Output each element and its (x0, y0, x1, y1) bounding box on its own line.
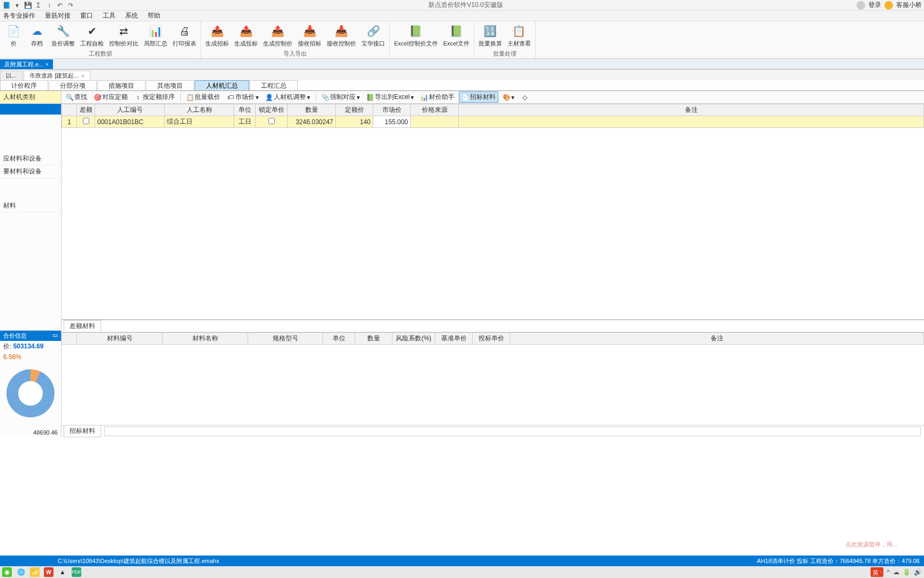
cell-remark[interactable] (459, 116, 924, 128)
menu-qty[interactable]: 量筋对接 (45, 11, 71, 20)
sub-tab-1[interactable]: 以... (0, 71, 22, 80)
tab-measure[interactable]: 措施项目 (97, 80, 145, 90)
menu-window[interactable]: 窗口 (80, 11, 93, 20)
rb-adjust[interactable]: 🔧造价调整 (49, 22, 77, 49)
rb-gen-bid[interactable]: 📤生成招标 (203, 22, 231, 49)
sub-tab-2[interactable]: 市政道路 [建筑起...× (24, 71, 90, 80)
close-icon[interactable]: × (45, 62, 49, 67)
cell-name[interactable]: 综合工日 (165, 116, 234, 128)
rb-baohua[interactable]: 🔗宝华接口 (359, 22, 387, 49)
rb-archive[interactable]: ☁存档 (26, 22, 48, 49)
main-grid[interactable]: 差额 人工编号 人工名称 单位 锁定单价 数量 定额价 市场价 价格来源 备注 (61, 104, 924, 320)
table-row[interactable]: 1 0001A01B01BC 综合工日 工日 3246.030247 140 1… (62, 116, 924, 128)
tab-other[interactable]: 其他项目 (146, 80, 194, 90)
sidebar-item-sel[interactable] (0, 104, 61, 115)
sidebar-item-1[interactable]: 应材料和设备 (0, 153, 61, 165)
support-icon[interactable] (884, 1, 893, 10)
tb-bid-mat[interactable]: 📄招标材料 (459, 92, 498, 103)
menu-tools[interactable]: 工具 (103, 11, 116, 20)
diff-checkbox[interactable] (83, 118, 89, 124)
menu-help[interactable]: 帮助 (148, 11, 160, 20)
bid-input[interactable] (104, 427, 921, 436)
menu-system[interactable]: 系统 (125, 11, 138, 20)
tb-sort[interactable]: ↕按定额排序 (132, 92, 177, 102)
chrome-icon[interactable]: 🌐 (16, 567, 26, 577)
ime-indicator[interactable]: 英 , (871, 567, 884, 577)
app-icon[interactable]: ▲ (58, 567, 67, 577)
tab-labor-mat[interactable]: 人材机汇总 (195, 80, 249, 90)
project-tab-1[interactable]: 及附属工程.e...× (0, 59, 53, 69)
menu-pro[interactable]: 各专业操作 (3, 11, 35, 20)
refresh-icon[interactable]: ↕ (45, 1, 53, 10)
browser-icon[interactable]: ◉ (2, 567, 12, 577)
rb-price[interactable]: 📄价 (2, 22, 25, 49)
tb-find[interactable]: 🔍查找 (64, 92, 89, 102)
pdf-icon[interactable]: PDF (72, 567, 81, 577)
col-source[interactable]: 价格来源 (411, 104, 459, 116)
status-info: AH18清单计价 投标 工程造价：7664945.78 单方造价：479.06 (757, 557, 920, 565)
cloud-icon[interactable]: ☁ (893, 568, 899, 576)
rb-summary[interactable]: 📊局部汇总 (142, 22, 170, 49)
dropdown-icon[interactable]: ▾ (13, 1, 21, 10)
rb-gen-tender[interactable]: 📤生成投标 (232, 22, 260, 49)
col-unit[interactable]: 单位 (234, 104, 256, 116)
sidebar-item-2[interactable]: 要材料和设备 (0, 165, 61, 178)
col-diff[interactable]: 差额 (77, 104, 95, 116)
sidebar-item-3[interactable]: 材料 (0, 200, 61, 212)
excel-icon: 📗 (366, 94, 374, 101)
cell-market[interactable]: 155.000 (373, 116, 411, 128)
tb-color[interactable]: 🎨▾ (500, 93, 517, 102)
tb-quota[interactable]: 🎯对应定额 (91, 92, 130, 102)
rb-compare[interactable]: ⇄控制价对比 (107, 22, 141, 49)
lock-checkbox[interactable] (268, 118, 275, 124)
col-code[interactable]: 人工编号 (95, 104, 165, 116)
tab-proj-sum[interactable]: 工程汇总 (250, 80, 298, 90)
wps-icon[interactable]: W (44, 567, 53, 577)
col-qty[interactable]: 数量 (288, 104, 336, 116)
tab-division[interactable]: 分部分项 (49, 80, 97, 90)
tb-adjust[interactable]: 👤人材机调整▾ (263, 92, 312, 102)
tb-market[interactable]: 🏷市场价▾ (225, 92, 261, 102)
rb-gen-ctrl[interactable]: 📤生成控制价 (261, 22, 295, 49)
close-icon[interactable]: × (81, 73, 84, 79)
tab-pricing[interactable]: 计价程序 (0, 80, 48, 90)
col-name[interactable]: 人工名称 (165, 104, 234, 116)
cell-source[interactable] (411, 116, 459, 128)
rb-excel-ctrl[interactable]: 📗Excel控制价文件 (392, 22, 440, 51)
col-quota[interactable]: 定额价 (336, 104, 373, 116)
login-label[interactable]: 登录 (868, 1, 881, 10)
cell-qty[interactable]: 3246.030247 (288, 116, 336, 128)
tb-force[interactable]: 📎强制对应▾ (319, 92, 362, 102)
volume-icon[interactable]: 🔊 (914, 568, 922, 576)
cell-quota[interactable]: 140 (336, 116, 373, 128)
rb-excel-file[interactable]: 📗Excel文件 (441, 22, 472, 51)
battery-icon[interactable]: 🔋 (903, 568, 911, 576)
bottom-tab[interactable]: 差额材料 (64, 320, 101, 332)
support-label[interactable]: 客服小桥 (896, 1, 922, 10)
tb-export[interactable]: 📗导出到Excel▾ (364, 92, 416, 102)
rb-recv-ctrl[interactable]: 📥接收控制价 (325, 22, 358, 49)
bid-label: 招标材料 (64, 425, 101, 437)
user-avatar-icon[interactable] (857, 1, 865, 10)
collapse-icon[interactable]: ▭ (52, 332, 58, 340)
rb-batch[interactable]: 🔢批量换算 (476, 22, 504, 49)
sigma-icon[interactable]: Σ (34, 1, 43, 10)
col-lock[interactable]: 锁定单价 (256, 104, 288, 116)
undo-icon[interactable]: ↶ (56, 1, 64, 10)
col-remark[interactable]: 备注 (459, 104, 924, 116)
tb-helper[interactable]: 📊材价助手 (418, 92, 457, 102)
tb-clear[interactable]: ◇ (519, 93, 530, 102)
rb-recv-bid[interactable]: 📥接收招标 (296, 22, 324, 49)
explorer-icon[interactable]: 📁 (30, 567, 40, 577)
cell-code[interactable]: 0001A01B01BC (95, 116, 165, 128)
rb-check[interactable]: ✔工程自检 (78, 22, 106, 49)
redo-icon[interactable]: ↷ (66, 1, 75, 10)
col-market[interactable]: 市场价 (373, 104, 411, 116)
bottom-grid[interactable]: 材料编号 材料名称 规格型号 单位 数量 风险系数(%) 基准单价 投标单价 备… (61, 332, 924, 425)
save-icon[interactable]: 💾 (24, 1, 32, 10)
cell-unit[interactable]: 工日 (234, 116, 256, 128)
rb-print[interactable]: 🖨打印报表 (171, 22, 198, 49)
tray-up-icon[interactable]: ^ (887, 568, 890, 576)
rb-main-mat[interactable]: 📋主材查看 (505, 22, 533, 49)
tb-batch-price[interactable]: 📋批量载价 (184, 92, 222, 102)
